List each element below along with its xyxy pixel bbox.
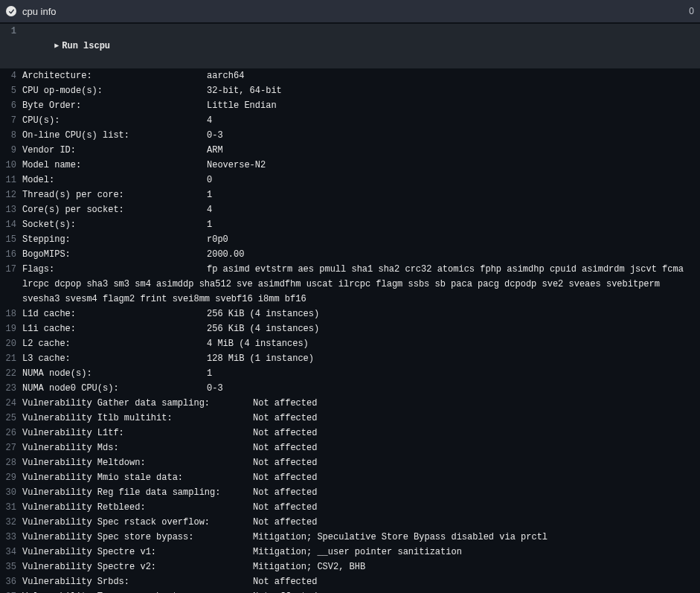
field-key: Stepping:: [22, 232, 207, 247]
field-key: Vulnerability L1tf:: [22, 426, 253, 440]
line-number: 12: [0, 187, 22, 202]
line-number: 30: [0, 485, 22, 500]
line-number: 20: [0, 336, 22, 351]
line-number: 29: [0, 470, 22, 485]
log-line: 13Core(s) per socket:4: [0, 202, 700, 217]
field-value: 4: [207, 205, 212, 215]
line-number: 16: [0, 247, 22, 262]
log-content: Vulnerability Spec rstack overflow:Not a…: [22, 515, 700, 530]
log-content: NUMA node0 CPU(s):0-3: [22, 381, 700, 396]
line-number: 33: [0, 530, 22, 545]
line-number: 14: [0, 217, 22, 232]
log-content: CPU op-mode(s):32-bit, 64-bit: [22, 83, 700, 98]
field-key: Model name:: [22, 158, 207, 173]
line-number: 18: [0, 307, 22, 321]
field-value: Not affected: [253, 443, 317, 453]
log-content: Vulnerability Spectre v1:Mitigation; __u…: [22, 545, 700, 560]
log-line: 22NUMA node(s):1: [0, 366, 700, 381]
log-line: 31Vulnerability Retbleed:Not affected: [0, 500, 700, 515]
line-number: 23: [0, 381, 22, 396]
log-line: 23NUMA node0 CPU(s):0-3: [0, 381, 700, 396]
run-command-line[interactable]: 1 ▶Run lscpu: [0, 24, 700, 68]
log-content: NUMA node(s):1: [22, 366, 700, 381]
log-line: 12Thread(s) per core:1: [0, 187, 700, 202]
field-key: Vulnerability Itlb multihit:: [22, 411, 253, 426]
log-content: L2 cache:4 MiB (4 instances): [22, 336, 700, 351]
field-key: Architecture:: [22, 68, 207, 83]
log-content: Vulnerability Spectre v2:Mitigation; CSV…: [22, 560, 700, 574]
field-key: Vulnerability Meltdown:: [22, 455, 253, 470]
line-number: 11: [0, 173, 22, 187]
field-key: On-line CPU(s) list:: [22, 128, 207, 143]
caret-right-icon: ▶: [54, 39, 59, 54]
line-number: 6: [0, 98, 22, 113]
field-key: Vulnerability Mds:: [22, 440, 253, 455]
field-key: NUMA node0 CPU(s):: [22, 381, 207, 396]
line-number: 1: [0, 24, 22, 39]
line-number: 7: [0, 113, 22, 128]
log-content: L3 cache:128 MiB (1 instance): [22, 351, 700, 366]
line-number: 32: [0, 515, 22, 530]
log-line: 7CPU(s):4: [0, 113, 700, 128]
field-key: Vulnerability Tsx async abort:: [22, 589, 253, 593]
line-number: 5: [0, 83, 22, 98]
log-content: Vulnerability Retbleed:Not affected: [22, 500, 700, 515]
line-number: 4: [0, 68, 22, 83]
field-key: Vulnerability Gather data sampling:: [22, 396, 253, 411]
line-number: 8: [0, 128, 22, 143]
log-content: On-line CPU(s) list:0-3: [22, 128, 700, 143]
log-line: 28Vulnerability Meltdown:Not affected: [0, 455, 700, 470]
log-line: 33Vulnerability Spec store bypass:Mitiga…: [0, 530, 700, 545]
field-key: Byte Order:: [22, 98, 207, 113]
field-value: Neoverse-N2: [207, 160, 266, 170]
log-content: Thread(s) per core:1: [22, 187, 700, 202]
run-command-label: Run lscpu: [62, 41, 110, 51]
log-content: BogoMIPS:2000.00: [22, 247, 700, 262]
field-key: L1i cache:: [22, 321, 207, 336]
line-number: 25: [0, 411, 22, 426]
field-value: r0p0: [207, 234, 228, 245]
log-content: Vulnerability Spec store bypass:Mitigati…: [22, 530, 700, 545]
line-number: 15: [0, 232, 22, 247]
line-number: 9: [0, 143, 22, 158]
field-value: ARM: [207, 145, 223, 156]
run-command-content: ▶Run lscpu: [22, 24, 700, 68]
line-number: 21: [0, 351, 22, 366]
field-value: 128 MiB (1 instance): [207, 353, 314, 364]
log-content: Core(s) per socket:4: [22, 202, 700, 217]
field-value: 0: [207, 175, 212, 185]
field-key: Model:: [22, 173, 207, 187]
log-content: Vulnerability L1tf:Not affected: [22, 426, 700, 440]
line-number: 24: [0, 396, 22, 411]
field-value: 256 KiB (4 instances): [207, 324, 319, 334]
field-value: Not affected: [253, 428, 317, 438]
log-content: Vulnerability Mds:Not affected: [22, 440, 700, 455]
line-number: 27: [0, 440, 22, 455]
log-content: L1d cache:256 KiB (4 instances): [22, 307, 700, 321]
field-key: Socket(s):: [22, 217, 207, 232]
field-key: Vulnerability Spectre v1:: [22, 545, 253, 560]
log-line: 37Vulnerability Tsx async abort:Not affe…: [0, 589, 700, 593]
log-content: L1i cache:256 KiB (4 instances): [22, 321, 700, 336]
field-value: Little Endian: [207, 100, 277, 111]
field-key: Thread(s) per core:: [22, 187, 207, 202]
log-line: 10Model name:Neoverse-N2: [0, 158, 700, 173]
field-key: L3 cache:: [22, 351, 207, 366]
log-content: Vulnerability Reg file data sampling:Not…: [22, 485, 700, 500]
step-header[interactable]: cpu info 0: [0, 0, 700, 22]
log-line: 36Vulnerability Srbds:Not affected: [0, 574, 700, 589]
log-line: 26Vulnerability L1tf:Not affected: [0, 426, 700, 440]
log-line: 30Vulnerability Reg file data sampling:N…: [0, 485, 700, 500]
log-content: Architecture:aarch64: [22, 68, 700, 83]
field-value: Mitigation; Speculative Store Bypass dis…: [253, 532, 548, 542]
field-value: Not affected: [253, 398, 317, 408]
log-line: 5CPU op-mode(s):32-bit, 64-bit: [0, 83, 700, 98]
field-key: Vulnerability Spec store bypass:: [22, 530, 253, 545]
log-line: 9Vendor ID:ARM: [0, 143, 700, 158]
field-value: Not affected: [253, 517, 317, 528]
log-line: 4Architecture:aarch64: [0, 68, 700, 83]
field-value: Not affected: [253, 472, 317, 483]
field-value: 1: [207, 219, 212, 230]
field-value: 32-bit, 64-bit: [207, 86, 282, 96]
field-key: Vendor ID:: [22, 143, 207, 158]
